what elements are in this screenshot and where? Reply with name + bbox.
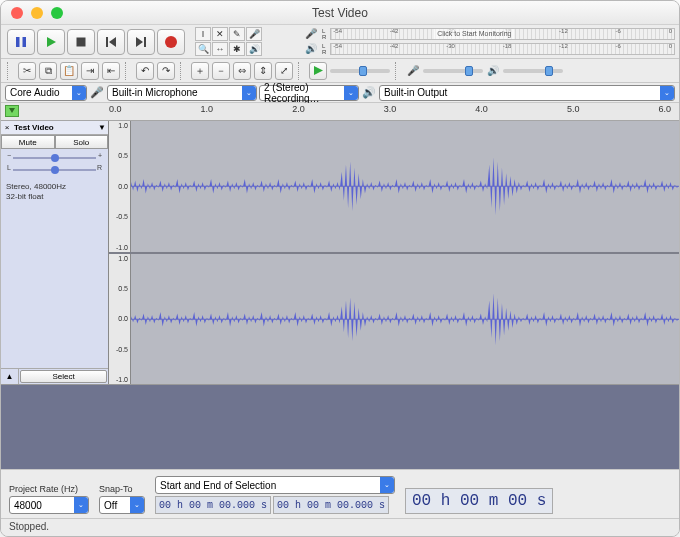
window-title: Test Video bbox=[1, 6, 679, 20]
rec-vol-icon: 🎤 bbox=[406, 65, 420, 76]
zoom-window-button[interactable] bbox=[51, 7, 63, 19]
select-track-button[interactable]: Select bbox=[20, 370, 107, 383]
trim-button[interactable]: ⇥ bbox=[81, 62, 99, 80]
speaker-icon: 🔊 bbox=[304, 43, 318, 54]
speaker-device-icon: 🔊 bbox=[361, 86, 377, 99]
record-button[interactable] bbox=[157, 29, 185, 55]
svg-rect-0 bbox=[16, 37, 20, 47]
svg-marker-2 bbox=[47, 37, 56, 47]
speaker-level-icon[interactable]: 🔊 bbox=[246, 42, 262, 56]
selection-mode-select[interactable]: Start and End of Selection⌄ bbox=[155, 476, 395, 494]
window-controls bbox=[1, 7, 63, 19]
svg-marker-7 bbox=[136, 37, 143, 47]
empty-track-area[interactable] bbox=[1, 385, 679, 469]
mic-device-icon: 🎤 bbox=[89, 86, 105, 99]
zoom-tool-icon[interactable]: 🔍 bbox=[195, 42, 211, 56]
recording-meter[interactable]: -54-42-30-18-12-60 Click to Start Monito… bbox=[330, 28, 675, 40]
minimize-window-button[interactable] bbox=[31, 7, 43, 19]
play-meter-lr: LR bbox=[322, 43, 326, 55]
play-at-speed-button[interactable] bbox=[309, 62, 327, 80]
play-speed-slider[interactable] bbox=[330, 69, 390, 73]
project-rate-select[interactable]: 48000⌄ bbox=[9, 496, 89, 514]
collapse-track-button[interactable]: ▲ bbox=[1, 369, 19, 384]
selection-end-counter[interactable]: 00 h 00 m 00.000 s bbox=[273, 496, 389, 514]
close-window-button[interactable] bbox=[11, 7, 23, 19]
mic-level-icon[interactable]: 🎤 bbox=[246, 27, 262, 41]
stop-button[interactable] bbox=[67, 29, 95, 55]
snap-to-label: Snap-To bbox=[99, 484, 145, 494]
cut-button[interactable]: ✂ bbox=[18, 62, 36, 80]
svg-rect-4 bbox=[106, 37, 108, 47]
titlebar: Test Video bbox=[1, 1, 679, 25]
play-button[interactable] bbox=[37, 29, 65, 55]
envelope-tool-icon[interactable]: ✕ bbox=[212, 27, 228, 41]
tools-grid: I ✕ ✎ 🎤 🔍 ↔ ✱ 🔊 bbox=[195, 27, 296, 56]
mute-button[interactable]: Mute bbox=[1, 135, 55, 149]
audio-position-counter[interactable]: 00 h 00 m 00 s bbox=[405, 488, 553, 514]
click-to-monitor-label[interactable]: Click to Start Monitoring bbox=[434, 29, 514, 39]
pan-slider[interactable]: LR bbox=[7, 164, 102, 176]
copy-button[interactable]: ⧉ bbox=[39, 62, 57, 80]
fit-project-button[interactable]: ⇕ bbox=[254, 62, 272, 80]
tracks-area: × Test Video ▼ Mute Solo −+ LR Stereo, 4… bbox=[1, 121, 679, 385]
svg-marker-8 bbox=[314, 66, 323, 75]
app-window: Test Video I ✕ ✎ 🎤 🔍 ↔ ✱ 🔊 🎤 LR bbox=[0, 0, 680, 537]
playhead-handle-icon[interactable] bbox=[5, 105, 19, 117]
track-format-info: Stereo, 48000Hz 32-bit float bbox=[1, 179, 108, 205]
input-device-select[interactable]: Built-in Microphone⌄ bbox=[107, 85, 257, 101]
svg-marker-5 bbox=[109, 37, 116, 47]
svg-rect-3 bbox=[77, 37, 86, 46]
vertical-scale-right[interactable]: 1.00.50.0-0.5-1.0 bbox=[109, 254, 131, 385]
timeline-ruler[interactable]: 0.0 1.0 2.0 3.0 4.0 5.0 6.0 bbox=[1, 103, 679, 121]
svg-rect-1 bbox=[23, 37, 27, 47]
device-toolbar: Core Audio⌄ 🎤 Built-in Microphone⌄ 2 (St… bbox=[1, 83, 679, 103]
vertical-scale-left[interactable]: 1.00.50.0-0.5-1.0 bbox=[109, 121, 131, 252]
gain-slider[interactable]: −+ bbox=[7, 152, 102, 164]
silence-button[interactable]: ⇤ bbox=[102, 62, 120, 80]
selection-start-counter[interactable]: 00 h 00 m 00.000 s bbox=[155, 496, 271, 514]
channels-select[interactable]: 2 (Stereo) Recording…⌄ bbox=[259, 85, 359, 101]
fit-selection-button[interactable]: ⇔ bbox=[233, 62, 251, 80]
playback-meter[interactable]: -54-42-30-18-12-60 bbox=[330, 43, 675, 55]
play-vol-icon: 🔊 bbox=[486, 65, 500, 76]
waveform-left[interactable] bbox=[131, 121, 679, 252]
track-name[interactable]: Test Video bbox=[13, 123, 96, 132]
zoom-in-button[interactable]: ＋ bbox=[191, 62, 209, 80]
snap-to-select[interactable]: Off⌄ bbox=[99, 496, 145, 514]
track-control-panel: × Test Video ▼ Mute Solo −+ LR Stereo, 4… bbox=[1, 121, 109, 384]
zoom-toggle-button[interactable]: ⤢ bbox=[275, 62, 293, 80]
redo-button[interactable]: ↷ bbox=[157, 62, 175, 80]
output-device-select[interactable]: Built-in Output⌄ bbox=[379, 85, 675, 101]
zoom-out-button[interactable]: － bbox=[212, 62, 230, 80]
paste-button[interactable]: 📋 bbox=[60, 62, 78, 80]
project-rate-label: Project Rate (Hz) bbox=[9, 484, 89, 494]
rec-meter-lr: LR bbox=[322, 28, 326, 40]
edit-toolbar: ✂ ⧉ 📋 ⇥ ⇤ ↶ ↷ ＋ － ⇔ ⇕ ⤢ 🎤 🔊 bbox=[1, 59, 679, 83]
waveform-right[interactable] bbox=[131, 254, 679, 385]
recording-volume-slider[interactable] bbox=[423, 69, 483, 73]
skip-start-button[interactable] bbox=[97, 29, 125, 55]
status-text: Stopped. bbox=[9, 521, 49, 532]
track-close-button[interactable]: × bbox=[1, 123, 13, 132]
selection-tool-icon[interactable]: I bbox=[195, 27, 211, 41]
mic-icon: 🎤 bbox=[304, 28, 318, 39]
skip-end-button[interactable] bbox=[127, 29, 155, 55]
pause-button[interactable] bbox=[7, 29, 35, 55]
status-bar: Stopped. bbox=[1, 518, 679, 536]
transport-toolbar: I ✕ ✎ 🎤 🔍 ↔ ✱ 🔊 🎤 LR -54-42-30-18-12-60 … bbox=[1, 25, 679, 59]
selection-toolbar: Project Rate (Hz) 48000⌄ Snap-To Off⌄ St… bbox=[1, 469, 679, 518]
draw-tool-icon[interactable]: ✎ bbox=[229, 27, 245, 41]
undo-button[interactable]: ↶ bbox=[136, 62, 154, 80]
timeshift-tool-icon[interactable]: ↔ bbox=[212, 42, 228, 56]
svg-rect-6 bbox=[144, 37, 146, 47]
multi-tool-icon[interactable]: ✱ bbox=[229, 42, 245, 56]
solo-button[interactable]: Solo bbox=[55, 135, 109, 149]
playback-volume-slider[interactable] bbox=[503, 69, 563, 73]
audio-host-select[interactable]: Core Audio⌄ bbox=[5, 85, 87, 101]
waveform-area[interactable]: 1.00.50.0-0.5-1.0 1.00.50.0-0.5-1.0 bbox=[109, 121, 679, 384]
track-menu-button[interactable]: ▼ bbox=[96, 123, 108, 132]
